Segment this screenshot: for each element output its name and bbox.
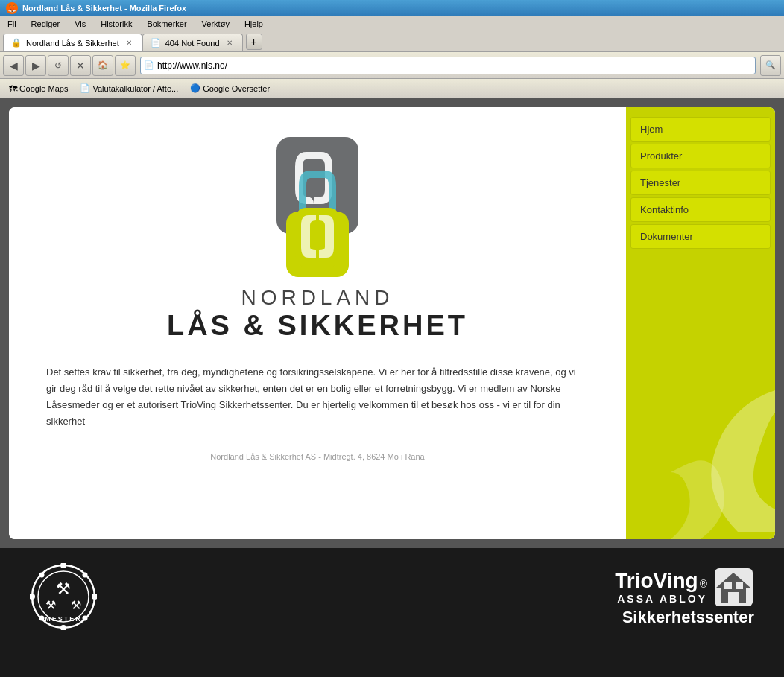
description-text: Det settes krav til sikkerhet, fra deg, … (39, 364, 596, 430)
trioving-registered: ® (700, 578, 707, 590)
house-icon (713, 567, 754, 608)
nav-produkter[interactable]: Produkter (630, 144, 771, 168)
svg-point-5 (60, 625, 66, 630)
oversetter-icon: 🔵 (190, 83, 200, 93)
svg-text:MESTER: MESTER (45, 615, 82, 623)
reload-button[interactable]: ↺ (48, 55, 69, 76)
tab-0-close[interactable]: ✕ (124, 38, 134, 48)
svg-text:⚒: ⚒ (45, 599, 56, 611)
page-content: NORDLAND LÅS & SIKKERHET Det settes krav… (0, 98, 784, 548)
sidebar-decoration (641, 316, 775, 539)
menu-bokmerker[interactable]: Bokmerker (144, 18, 189, 30)
content-area: NORDLAND LÅS & SIKKERHET Det settes krav… (9, 107, 626, 539)
valuta-icon: 📄 (80, 83, 90, 93)
browser-tabs: 🔒 Nordland Lås & Sikkerhet ✕ 📄 404 Not F… (0, 31, 784, 52)
browser-titlebar: 🦊 Nordland Lås & Sikkerhet - Mozilla Fir… (0, 0, 784, 16)
logo-las-text: LÅS & SIKKERHET (167, 310, 468, 342)
bookmark-oversetter-label: Google Oversetter (203, 84, 270, 93)
menu-vis[interactable]: Vis (72, 18, 89, 30)
bookmark-valuta-label: Valutakalkulator / Afte... (92, 84, 178, 93)
browser-toolbar: ◀ ▶ ↺ ✕ 🏠 ⭐ 📄 http://www.nls.no/ 🔍 (0, 52, 784, 79)
tab-1-label: 404 Not Found (165, 39, 220, 48)
sikkerhetssenter-text: Sikkerhetssenter (622, 608, 754, 627)
tab-1-close[interactable]: ✕ (224, 38, 235, 48)
nav-tjenester[interactable]: Tjenester (630, 171, 771, 195)
nav-dokumenter[interactable]: Dokumenter (630, 224, 771, 249)
svg-point-8 (39, 573, 45, 578)
menu-fil[interactable]: Fil (4, 18, 19, 30)
bookmarks-bar: 🗺 Google Maps 📄 Valutakalkulator / Afte.… (0, 79, 784, 98)
googlemaps-icon: 🗺 (9, 84, 17, 93)
svg-text:⚒: ⚒ (56, 579, 71, 598)
nav-hjem[interactable]: Hjem (630, 117, 771, 142)
svg-rect-18 (728, 592, 739, 603)
nav-kontaktinfo[interactable]: Kontaktinfo (630, 197, 771, 222)
menu-verktoy[interactable]: Verktøy (199, 18, 233, 30)
stop-button[interactable]: ✕ (70, 55, 91, 76)
search-button[interactable]: 🔍 (760, 55, 781, 76)
svg-rect-19 (724, 582, 732, 589)
home-button[interactable]: 🏠 (92, 55, 113, 76)
bookmark-valuta[interactable]: 📄 Valutakalkulator / Afte... (77, 82, 181, 95)
svg-point-10 (39, 616, 45, 621)
menu-historikk[interactable]: Historikk (98, 18, 135, 30)
svg-point-9 (83, 573, 88, 578)
bookmark-this-button[interactable]: ⭐ (115, 55, 136, 76)
svg-point-6 (30, 594, 35, 600)
bookmark-google-oversetter[interactable]: 🔵 Google Oversetter (187, 82, 273, 95)
tab-1[interactable]: 📄 404 Not Found ✕ (142, 34, 243, 51)
tab-0[interactable]: 🔒 Nordland Lås & Sikkerhet ✕ (3, 34, 142, 51)
address-bar[interactable]: 📄 http://www.nls.no/ (140, 57, 756, 74)
assa-abloy-text: ASSA ABLOY (617, 593, 707, 605)
new-tab-button[interactable]: + (246, 34, 262, 50)
bookmark-googlemaps[interactable]: 🗺 Google Maps (6, 83, 71, 95)
mester-logo: ⚒ ⚒ ⚒ MESTER (30, 563, 97, 630)
main-card: NORDLAND LÅS & SIKKERHET Det settes krav… (9, 107, 775, 539)
trioving-brand: TrioVing ® ASSA ABLOY (615, 567, 754, 608)
svg-point-4 (60, 563, 66, 568)
tab-0-label: Nordland Lås & Sikkerhet (26, 39, 119, 48)
browser-menubar: Fil Rediger Vis Historikk Bokmerker Verk… (0, 16, 784, 31)
svg-rect-20 (736, 582, 743, 589)
sidebar: Hjem Produkter Tjenester Kontaktinfo Dok… (626, 107, 775, 539)
logo-nordland-text: NORDLAND (241, 286, 393, 310)
trioving-text: TrioVing (615, 569, 698, 593)
logo-icon (265, 137, 370, 279)
page-footer: ⚒ ⚒ ⚒ MESTER TrioVing ® ASSA ABLOY (0, 548, 784, 645)
footer-address: Nordland Lås & Sikkerhet AS - Midtregt. … (210, 452, 424, 461)
back-button[interactable]: ◀ (3, 55, 24, 76)
svg-point-7 (92, 594, 97, 600)
menu-rediger[interactable]: Rediger (28, 18, 63, 30)
forward-button[interactable]: ▶ (25, 55, 46, 76)
trioving-area: TrioVing ® ASSA ABLOY Sikkerhetssenter (615, 567, 754, 627)
sidebar-nav: Hjem Produkter Tjenester Kontaktinfo Dok… (626, 107, 775, 249)
menu-hjelp[interactable]: Hjelp (241, 18, 266, 30)
svg-point-11 (83, 616, 88, 621)
address-text: http://www.nls.no/ (157, 60, 752, 71)
bookmark-googlemaps-label: Google Maps (19, 84, 68, 93)
page-icon: 📄 (144, 60, 154, 70)
firefox-icon: 🦊 (6, 2, 18, 14)
svg-text:⚒: ⚒ (71, 599, 81, 611)
logo-container: NORDLAND LÅS & SIKKERHET (167, 137, 468, 342)
browser-title: Nordland Lås & Sikkerhet - Mozilla Firef… (22, 4, 186, 13)
